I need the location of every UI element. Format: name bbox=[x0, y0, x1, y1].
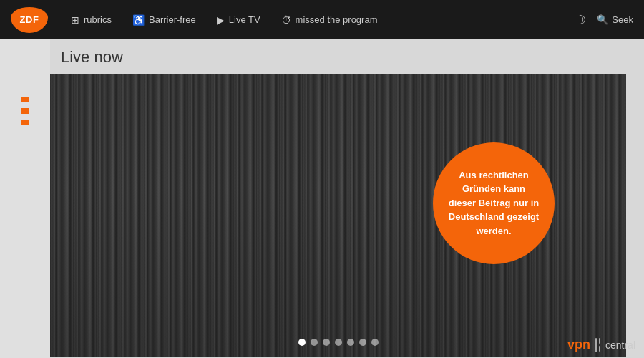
rubrics-icon: ⊞ bbox=[71, 14, 79, 26]
nav-items: ⊞ rubrics ♿ Barrier-free ▶ Live TV ⏱ mis… bbox=[62, 9, 575, 32]
main-content: Live now Aus rechtlichen Gründen kann di… bbox=[50, 39, 626, 358]
main-container: ZDF ⊞ rubrics ♿ Barrier-free ▶ Live TV ⏱… bbox=[0, 0, 644, 358]
nav-item-missed-program[interactable]: ⏱ missed the program bbox=[273, 9, 386, 32]
zdf-logo[interactable]: ZDF bbox=[11, 7, 48, 33]
content-area: Live now Aus rechtlichen Gründen kann di… bbox=[0, 39, 644, 358]
sidebar-bar-2 bbox=[21, 108, 29, 114]
live-now-title: Live now bbox=[50, 39, 626, 74]
carousel-dot-6[interactable] bbox=[359, 339, 366, 346]
vpn-text: vpn bbox=[567, 337, 590, 352]
barrier-free-icon: ♿ bbox=[132, 14, 145, 26]
vpn-fork-icon bbox=[595, 338, 600, 352]
carousel-dots bbox=[298, 339, 379, 346]
geo-restriction-overlay: Aus rechtlichen Gründen kann dieser Beit… bbox=[433, 142, 555, 264]
live-tv-icon: ▶ bbox=[217, 14, 225, 26]
search-label: Seek bbox=[612, 14, 633, 25]
logo-area[interactable]: ZDF bbox=[11, 7, 48, 33]
carousel-dot-7[interactable] bbox=[371, 339, 379, 346]
left-sidebar bbox=[0, 39, 50, 358]
carousel-dot-3[interactable] bbox=[323, 339, 330, 346]
carousel-dot-4[interactable] bbox=[335, 339, 342, 346]
missed-program-icon: ⏱ bbox=[281, 14, 291, 26]
video-area: Aus rechtlichen Gründen kann dieser Beit… bbox=[50, 74, 626, 357]
nav-item-barrier-free[interactable]: ♿ Barrier-free bbox=[124, 9, 205, 32]
search-icon: 🔍 bbox=[597, 14, 608, 25]
barrier-free-label: Barrier-free bbox=[149, 14, 196, 25]
central-text: central bbox=[605, 339, 635, 351]
sidebar-bar-3 bbox=[21, 120, 29, 125]
rubrics-label: rubrics bbox=[84, 14, 112, 25]
right-sidebar bbox=[626, 39, 644, 358]
carousel-dot-2[interactable] bbox=[311, 339, 318, 346]
live-tv-label: Live TV bbox=[229, 14, 260, 25]
sidebar-bar-1 bbox=[21, 97, 29, 102]
missed-program-label: missed the program bbox=[296, 14, 378, 25]
nav-item-live-tv[interactable]: ▶ Live TV bbox=[208, 9, 269, 32]
carousel-dot-1[interactable] bbox=[298, 339, 306, 346]
logo-text: ZDF bbox=[20, 14, 39, 25]
dark-mode-toggle[interactable]: ☽ bbox=[575, 12, 586, 28]
carousel-dot-5[interactable] bbox=[347, 339, 354, 346]
search-item[interactable]: 🔍 Seek bbox=[597, 14, 633, 25]
navbar: ZDF ⊞ rubrics ♿ Barrier-free ▶ Live TV ⏱… bbox=[0, 0, 644, 39]
nav-right: ☽ 🔍 Seek bbox=[575, 12, 633, 28]
nav-item-rubrics[interactable]: ⊞ rubrics bbox=[62, 9, 120, 32]
geo-restriction-text: Aus rechtlichen Gründen kann dieser Beit… bbox=[433, 154, 555, 253]
fork-tines bbox=[599, 338, 600, 352]
vpn-watermark: vpn central bbox=[567, 337, 635, 352]
